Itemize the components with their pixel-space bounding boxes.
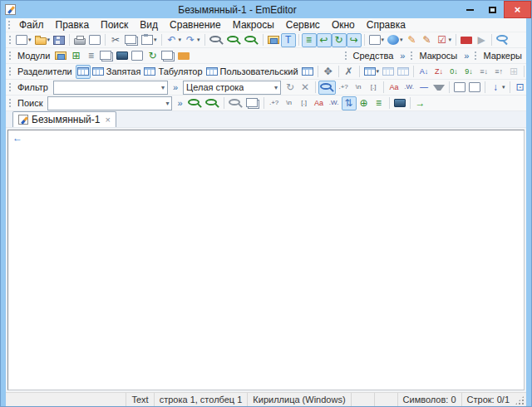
chevron-down-icon[interactable]: ▾ (154, 37, 157, 43)
cut-button[interactable]: ✂ (108, 33, 123, 47)
manage-separators-button[interactable]: ✗ (342, 65, 357, 79)
outline-plugin-button[interactable]: ≡ (83, 49, 98, 63)
filter-input[interactable]: ▾ (53, 81, 168, 95)
menu-help[interactable]: Справка (361, 19, 411, 31)
filter-unbookmarked-button[interactable] (467, 81, 482, 95)
html-bar-plugin-button[interactable] (176, 49, 191, 63)
projects-plugin-button[interactable] (160, 49, 176, 63)
chevron-down-icon[interactable]: ▾ (165, 100, 169, 107)
sort-length-desc-button[interactable]: ≡↑ (491, 65, 506, 79)
toolbar-overflow-chevron[interactable]: » (170, 82, 181, 92)
chevron-down-icon[interactable]: ▾ (274, 84, 278, 91)
menu-view[interactable]: Вид (134, 19, 164, 31)
open-file-button[interactable]: ▾ (33, 33, 52, 47)
sort-num-asc-button[interactable]: 0↓ (446, 65, 461, 79)
text-editor[interactable]: ← (7, 130, 525, 390)
delete-duplicates-button[interactable]: ⊞ (506, 65, 521, 79)
escape-seq-search-button[interactable]: \n (282, 96, 297, 110)
escape-seq-filter-button[interactable]: \n (351, 81, 366, 95)
toolbar-overflow-chevron[interactable]: » (174, 98, 185, 108)
web-preview-plugin-button[interactable] (115, 49, 130, 63)
menu-file[interactable]: Файл (13, 19, 50, 31)
document-tab[interactable]: Безымянный-1 × (12, 111, 116, 127)
toolbar-grip[interactable] (8, 51, 12, 61)
chevron-down-icon[interactable]: ▾ (502, 84, 505, 91)
menu-macros[interactable]: Макросы (227, 19, 280, 31)
record-macro-button[interactable] (459, 33, 474, 47)
wrap-none-button[interactable]: ≡ (302, 33, 317, 47)
tab-close-icon[interactable]: × (105, 115, 110, 125)
chevron-down-icon[interactable]: ▾ (400, 37, 403, 43)
find-in-files-button[interactable] (266, 33, 281, 47)
search-all-documents-button[interactable]: ⊕ (357, 96, 372, 110)
chevron-down-icon[interactable]: ▾ (449, 37, 452, 43)
menu-edit[interactable]: Правка (50, 19, 96, 31)
delete-column-button[interactable] (396, 65, 411, 79)
refresh-filter-button[interactable]: ↻ (283, 81, 298, 95)
title-bar[interactable]: Безымянный-1 - EmEditor × (1, 1, 531, 18)
user-separator-button[interactable] (300, 65, 315, 79)
toolbar-grip[interactable] (344, 51, 347, 61)
extract-matches-button[interactable] (244, 96, 261, 110)
sort-length-asc-button[interactable]: ≡↓ (476, 65, 491, 79)
toolbar-grip[interactable] (8, 82, 12, 93)
wrap-by-window-button[interactable]: ↩ (317, 33, 332, 47)
toolbar-grip[interactable] (8, 35, 12, 46)
fuzzy-search-button[interactable]: [.] (297, 96, 312, 110)
validation-button[interactable]: ☑▾ (435, 33, 454, 47)
tab-separator-button[interactable]: Табулятор (142, 65, 204, 79)
find-next-button[interactable] (225, 33, 243, 47)
whole-word-search-button[interactable]: .W. (327, 96, 342, 110)
regex-filter-button[interactable]: .+? (336, 81, 351, 95)
menu-grip[interactable] (7, 20, 11, 31)
toolbar-grip[interactable] (474, 51, 477, 61)
find-next-search-button[interactable] (204, 96, 221, 110)
minimize-button[interactable] (459, 1, 481, 18)
redo-button[interactable]: ↷▾ (183, 33, 202, 47)
remove-filters-button[interactable] (431, 81, 446, 95)
wrap-by-char-button[interactable]: ↻ (332, 33, 347, 47)
undo-button[interactable]: ↶▾ (165, 33, 184, 47)
chevron-down-icon[interactable]: ▾ (47, 37, 51, 43)
chevron-down-icon[interactable]: ▾ (179, 37, 182, 43)
menu-compare[interactable]: Сравнение (164, 19, 227, 31)
filter-mode-select[interactable]: Целая строка▾ (183, 81, 281, 95)
key-help-button[interactable] (495, 33, 513, 47)
advanced-filter-dialog-button[interactable]: ⊡ (513, 81, 526, 95)
regex-search-button[interactable]: .+? (267, 96, 282, 110)
paste-button[interactable]: ▾ (140, 33, 159, 47)
custom-separator-button[interactable]: Пользовательский (204, 65, 300, 79)
sort-za-button[interactable]: Z↓ (431, 65, 446, 79)
find-button[interactable] (208, 33, 225, 47)
status-encoding[interactable]: Кириллица (Windows) (247, 393, 350, 406)
fuzzy-filter-button[interactable]: [.] (366, 81, 381, 95)
search-plugin-button[interactable] (130, 49, 145, 63)
negative-filter-button[interactable]: — (416, 81, 431, 95)
chevron-down-icon[interactable]: ▾ (382, 37, 385, 43)
snippets-plugin-button[interactable]: ⊞ (68, 49, 83, 63)
new-file-button[interactable]: ▾ (14, 33, 33, 47)
clear-filter-button[interactable]: ✕ (298, 81, 313, 95)
toolbar-grip[interactable] (8, 66, 12, 77)
comma-separator-button[interactable]: Запятая (91, 65, 143, 79)
print-preview-button[interactable] (87, 33, 102, 47)
chevron-down-icon[interactable]: ▾ (28, 37, 32, 43)
run-macro-button[interactable]: ▶ (474, 33, 489, 47)
resize-grip[interactable] (515, 395, 525, 405)
sort-az-button[interactable]: A↓ (416, 65, 431, 79)
match-case-filter-button[interactable]: Aa (387, 81, 401, 95)
menu-window[interactable]: Окно (326, 19, 361, 31)
toolbar-overflow-chevron[interactable]: » (461, 51, 472, 61)
chevron-down-icon[interactable]: ▾ (161, 84, 165, 91)
convert-csv-button[interactable]: ✥ (321, 65, 336, 79)
focus-editor-button[interactable] (392, 96, 407, 110)
open-documents-plugin-button[interactable] (98, 49, 115, 63)
search-direction-button[interactable]: ⇅ (342, 96, 357, 110)
whole-word-filter-button[interactable]: .W. (401, 81, 416, 95)
toolbar-overflow-chevron[interactable]: » (397, 51, 408, 61)
copy-button[interactable] (123, 33, 140, 47)
highlight-pen-button[interactable]: ✎ (405, 33, 420, 47)
bookmark-results-button[interactable]: ≡ (372, 96, 387, 110)
edit-pen-button[interactable]: ✎ (420, 33, 435, 47)
toolbar-grip[interactable] (8, 98, 12, 109)
